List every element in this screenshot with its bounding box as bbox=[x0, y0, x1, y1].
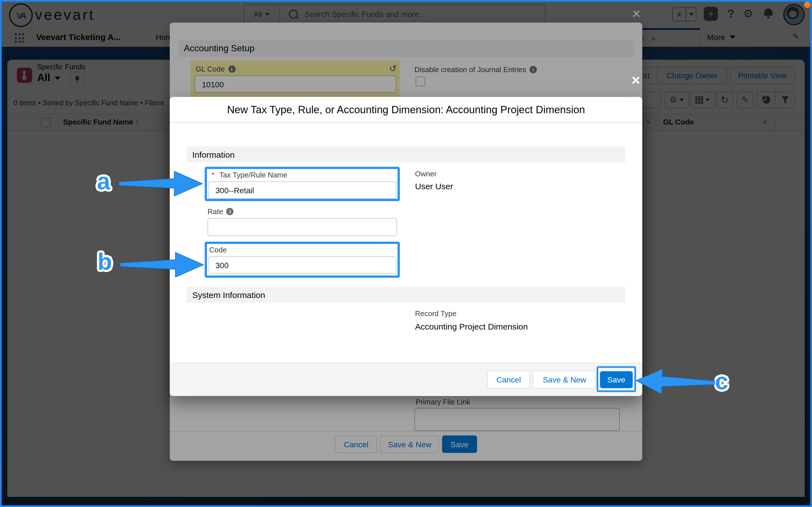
screen: VA veevart All ★ + ? ⚙ Veevart Ticketing… bbox=[0, 0, 812, 507]
recording-indicator-dot bbox=[804, 2, 810, 8]
backdrop-behind-new-modal bbox=[0, 0, 812, 507]
